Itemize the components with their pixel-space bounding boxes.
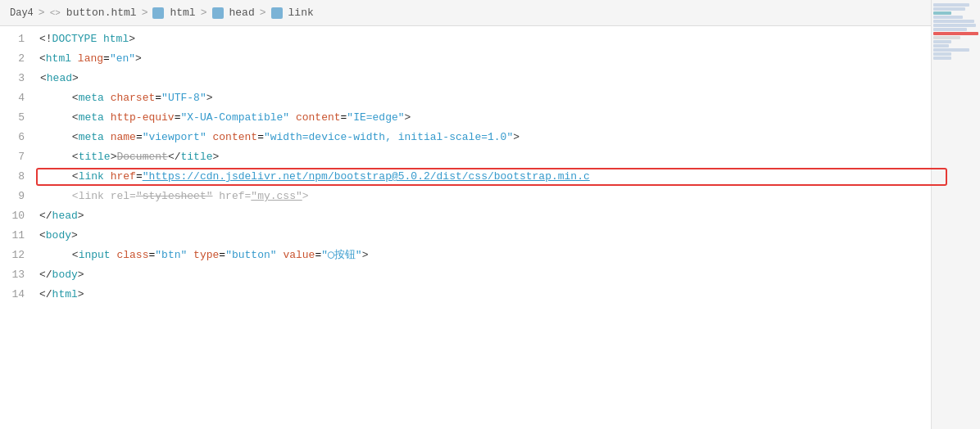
line-num-3: 3 [8, 69, 25, 88]
code-line-8: <link href="https://cdn.jsdelivr.net/npm… [39, 167, 980, 187]
code-editor[interactable]: 1 2 3 4 5 6 7 8 9 10 11 12 13 14 <!DOCTY… [0, 26, 980, 308]
line-num-13: 13 [8, 265, 25, 285]
breadcrumb-html[interactable]: html [152, 7, 195, 19]
folder-icon: Day4 [10, 7, 34, 19]
code-line-3: <head> [39, 69, 980, 88]
breadcrumb-file[interactable]: <> button.html [50, 7, 137, 19]
minimap-line-10 [933, 40, 951, 43]
minimap-line-7 [933, 28, 967, 31]
breadcrumb-sep-4: > [260, 7, 266, 19]
code-line-14: </html> [39, 285, 980, 305]
minimap-line-1 [933, 3, 969, 7]
breadcrumb-sep-2: > [142, 7, 148, 19]
breadcrumb-link[interactable]: link [271, 7, 314, 19]
minimap [931, 0, 980, 429]
code-line-9: <link rel="stylesheet" href="my.css"> [39, 187, 980, 206]
code-line-5: <meta http-equiv="X-UA-Compatible" conte… [39, 108, 980, 128]
line-num-4: 4 [8, 88, 25, 108]
minimap-line-8 [933, 32, 978, 35]
code-line-13: </body> [39, 265, 980, 285]
line-num-6: 6 [8, 128, 25, 147]
line-num-1: 1 [8, 29, 25, 49]
line-num-14: 14 [8, 285, 25, 305]
line-num-2: 2 [8, 49, 25, 69]
code-line-2: <html lang="en"> [39, 49, 980, 69]
minimap-line-5 [933, 20, 974, 23]
breadcrumb: Day4 > <> button.html > html > head > li… [0, 0, 980, 26]
line-num-7: 7 [8, 147, 25, 167]
breadcrumb-head[interactable]: head [212, 7, 255, 19]
code-file-icon: <> [50, 8, 61, 18]
breadcrumb-sep-1: > [39, 7, 45, 19]
line-numbers: 1 2 3 4 5 6 7 8 9 10 11 12 13 14 [0, 29, 33, 305]
minimap-line-6 [933, 24, 976, 27]
code-line-12: <input class="btn" type="button" value="… [39, 246, 980, 265]
minimap-line-11 [933, 44, 949, 47]
minimap-line-3 [933, 11, 951, 15]
code-line-1: <!DOCTYPE html> [39, 29, 980, 49]
breadcrumb-sep-3: > [201, 7, 207, 19]
line-num-9: 9 [8, 187, 25, 206]
minimap-content [932, 0, 980, 64]
minimap-line-2 [933, 7, 965, 11]
line-num-12: 12 [8, 246, 25, 265]
code-line-6: <meta name="viewport" content="width=dev… [39, 128, 980, 147]
line-num-8: 8 [8, 167, 25, 187]
code-line-10: </head> [39, 206, 980, 226]
element-icon-2 [212, 7, 224, 19]
minimap-line-14 [933, 56, 951, 60]
editor-container: Day4 > <> button.html > html > head > li… [0, 0, 980, 429]
code-line-7: <title>Document</title> [39, 147, 980, 167]
breadcrumb-day4[interactable]: Day4 [10, 7, 34, 19]
minimap-line-9 [933, 36, 960, 39]
line-num-5: 5 [8, 108, 25, 128]
minimap-line-13 [933, 52, 951, 56]
minimap-line-4 [933, 16, 963, 19]
code-line-11: <body> [39, 226, 980, 246]
code-line-4: <meta charset="UTF-8"> [39, 88, 980, 108]
line-num-10: 10 [8, 206, 25, 226]
element-icon-1 [152, 7, 164, 19]
code-content: <!DOCTYPE html> <html lang="en"> <head> … [33, 29, 980, 305]
line-num-11: 11 [8, 226, 25, 246]
minimap-line-12 [933, 48, 969, 52]
element-icon-3 [271, 7, 283, 19]
